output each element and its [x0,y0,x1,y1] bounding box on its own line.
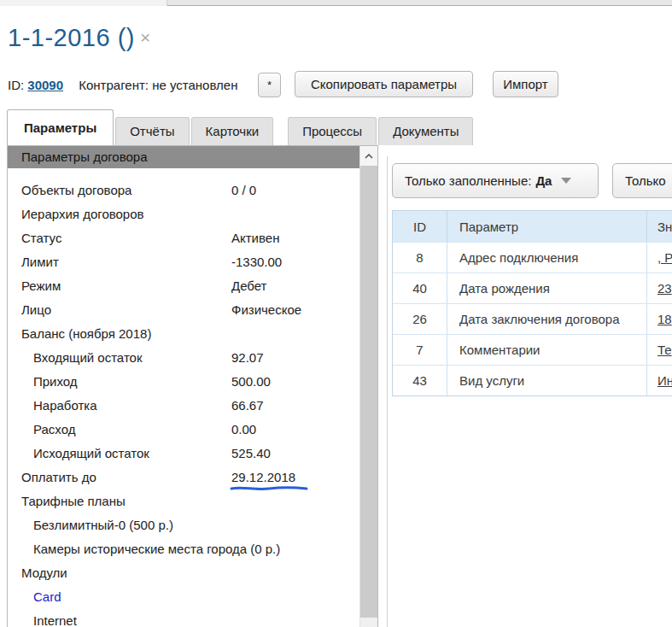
param-row: Наработка 66.67 [8,394,377,418]
tab-bar: ПараметрыОтчётыКарточкиПроцессыДокументы [7,109,475,145]
import-button[interactable]: Импорт [493,71,558,97]
table-row[interactable]: 40 Дата рождения 23 [393,272,672,303]
row-param: Дата рождения [447,273,646,303]
counterparty-label: Контрагент: не установлен [79,78,237,92]
row-param: Адрес подключения [447,243,646,272]
tab-5[interactable]: Документы [378,117,473,145]
contract-title: 1-1-2016 () [8,24,135,51]
row-param: Комментарии [447,335,646,365]
param-value: 500.00 [231,370,271,394]
param-row: Объекты договора 0 / 0 [8,179,377,202]
row-id: 7 [393,343,447,357]
param-rows: Объекты договора 0 / 0 Иерархия договоро… [8,168,377,627]
table-row[interactable]: 8 Адрес подключения , Р [393,242,672,272]
copy-params-button[interactable]: Скопировать параметры [295,71,473,97]
browser-chrome-strip [0,0,672,6]
table-body: 8 Адрес подключения , Р 40 Дата рождения… [393,242,672,396]
value-link[interactable]: 18 [657,312,672,326]
value-link[interactable]: Ин [657,373,672,388]
param-value: 525.40 [231,442,271,466]
row-id: 8 [393,250,447,265]
row-value: Ин [646,366,672,396]
param-label: Тарифные планы [21,489,126,513]
counterparty-star-button[interactable]: * [258,73,281,97]
param-row: Баланс (ноября 2018) [8,322,377,346]
param-value: 92.07 [231,346,264,370]
param-label: Статус [21,226,61,250]
filter-filled-label: Только заполненные: [405,173,531,188]
param-label: Наработка [33,394,97,418]
param-row: Режим Дебет [8,274,377,298]
left-panel-scrollbar[interactable] [359,146,377,627]
chevron-down-icon [561,178,571,184]
param-value: Физическое [231,298,301,322]
param-label: Internet [33,609,77,627]
table-header-row: ID Параметр Зн [393,211,672,242]
scroll-down-button[interactable] [360,618,377,627]
page-title: 1-1-2016 ()× [8,24,151,52]
filter-filled-dropdown[interactable]: Только заполненные: Да [392,163,599,198]
filter-filled-value: Да [535,173,552,188]
param-label: Входящий остаток [33,346,143,370]
value-link[interactable]: 23 [657,281,672,296]
browser-tab[interactable] [0,0,167,6]
row-value: , Р [646,243,672,272]
param-label: Модули [21,561,67,585]
id-label: ID: [8,78,24,92]
scroll-up-button[interactable] [360,146,377,166]
filter-second-label: Только [625,173,666,188]
param-row: Расход 0.00 [8,418,377,442]
column-header-id: ID [393,220,447,234]
param-label: Лимит [21,250,59,274]
tab-4[interactable]: Процессы [288,117,377,145]
table-row[interactable]: 7 Комментарии Те [393,334,672,365]
param-value: -1330.00 [231,250,282,274]
param-row: Тарифные планы [8,489,377,513]
param-row: Лимит -1330.00 [8,250,377,274]
filter-second-dropdown[interactable]: Только [612,163,672,198]
param-label: Объекты договора [21,179,131,202]
row-value: 23 [646,273,672,303]
contract-id-row: ID: 30090 Контрагент: не установлен [8,78,237,92]
param-label: Режим [21,274,61,298]
row-id: 26 [393,312,447,326]
param-value: 66.67 [231,394,264,418]
value-link[interactable]: Те [657,343,672,357]
table-row[interactable]: 43 Вид услуги Ин [393,365,672,396]
param-label: Баланс (ноября 2018) [21,322,151,346]
param-row: Входящий остаток 92.07 [8,346,377,370]
param-label: Приход [33,370,78,394]
param-row: Камеры исторические места города (0 р.) [8,537,377,561]
contract-id-link[interactable]: 30090 [27,78,63,92]
param-row: Статус Активен [8,226,377,250]
param-label: Исходящий остаток [33,442,149,466]
panel-divider[interactable] [387,156,388,627]
param-label: Card [33,585,61,609]
scrollbar-thumb[interactable] [360,166,377,618]
tab-1[interactable]: Параметры [7,109,114,145]
table-row[interactable]: 26 Дата заключения договора 18 [393,303,672,334]
column-header-value: Зн [646,211,672,242]
param-label: Лицо [21,298,51,322]
param-row: Исходящий остаток 525.40 [8,442,377,466]
param-row: Иерархия договоров [8,202,377,226]
param-row: Internet [8,609,377,627]
param-value: 0.00 [231,418,256,442]
param-row: Модули [8,561,377,585]
param-label: Расход [33,418,75,442]
param-label: Иерархия договоров [21,202,144,226]
tab-2[interactable]: Отчёты [115,117,189,145]
tab-3[interactable]: Карточки [191,117,274,145]
param-row: Оплатить до 29.12.2018 [8,466,377,489]
param-value: Дебет [231,274,266,298]
row-value: Те [646,335,672,365]
params-table: ID Параметр Зн 8 Адрес подключения , Р 4… [392,210,672,396]
value-link[interactable]: , Р [657,250,672,265]
param-label: Камеры исторические места города (0 р.) [33,537,280,561]
panel-header: Параметры договора [8,146,360,168]
param-row: Безлимитный-0 (500 р.) [8,513,377,537]
param-row[interactable]: Card [8,585,377,609]
row-id: 40 [393,281,447,296]
close-icon[interactable]: × [140,27,151,48]
row-param: Дата заключения договора [447,304,646,334]
